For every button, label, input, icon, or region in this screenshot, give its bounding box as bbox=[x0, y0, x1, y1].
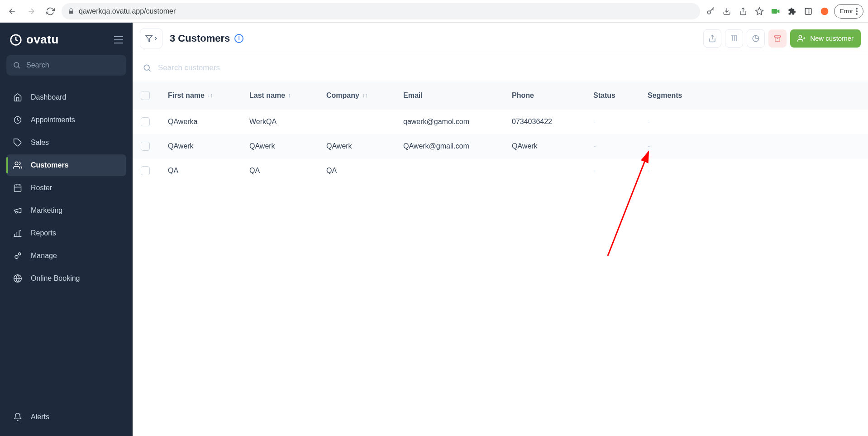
row-checkbox[interactable] bbox=[141, 117, 150, 126]
app: ovatu Search Dashboard Appointments Sale… bbox=[0, 23, 868, 436]
svg-point-7 bbox=[856, 10, 858, 12]
chevron-right-icon bbox=[154, 36, 157, 41]
table-row[interactable]: QAwerkaWerkQAqawerk@gamol.com0734036422-… bbox=[133, 110, 868, 134]
new-customer-label: New customer bbox=[810, 34, 854, 42]
brand-logo[interactable]: ovatu bbox=[9, 33, 59, 47]
archive-button[interactable] bbox=[768, 29, 787, 48]
row-checkbox[interactable] bbox=[141, 166, 150, 175]
svg-rect-18 bbox=[14, 185, 21, 192]
url-text: qawerkqa.ovatu.app/customer bbox=[79, 7, 176, 15]
cell-segments: - bbox=[648, 142, 711, 150]
cell-last-name: QA bbox=[249, 167, 326, 175]
cell-first-name: QAwerk bbox=[168, 142, 249, 150]
sidebar-item-roster[interactable]: Roster bbox=[6, 177, 126, 199]
sidebar-item-online-booking[interactable]: Online Booking bbox=[6, 268, 126, 289]
search-icon bbox=[13, 61, 21, 69]
sort-icon: ↓↑ bbox=[207, 92, 213, 99]
key-icon[interactable] bbox=[704, 5, 717, 18]
error-label: Error bbox=[840, 8, 853, 14]
url-bar[interactable]: qawerkqa.ovatu.app/customer bbox=[62, 3, 700, 19]
sort-asc-icon: ↑ bbox=[288, 92, 291, 99]
home-icon bbox=[13, 93, 23, 102]
sidebar-item-marketing[interactable]: Marketing bbox=[6, 200, 126, 221]
info-icon[interactable]: i bbox=[234, 34, 243, 43]
cell-company: QA bbox=[326, 167, 403, 175]
svg-rect-2 bbox=[772, 9, 777, 14]
sidebar-item-label: Sales bbox=[31, 139, 49, 147]
sidebar-item-sales[interactable]: Sales bbox=[6, 132, 126, 153]
globe-icon bbox=[13, 274, 23, 283]
svg-point-6 bbox=[856, 8, 858, 10]
chrome-right-icons: Error bbox=[704, 4, 863, 19]
reload-button[interactable] bbox=[43, 4, 58, 19]
sidebar-item-appointments[interactable]: Appointments bbox=[6, 109, 126, 131]
filter-icon bbox=[145, 34, 153, 43]
calendar-icon bbox=[13, 183, 23, 192]
svg-point-8 bbox=[856, 13, 858, 15]
sidebar-item-label: Appointments bbox=[31, 116, 75, 124]
chart-button[interactable] bbox=[747, 29, 765, 48]
search-input[interactable] bbox=[158, 63, 858, 72]
sidebar-item-dashboard[interactable]: Dashboard bbox=[6, 86, 126, 108]
more-vert-icon bbox=[856, 8, 858, 15]
forward-button[interactable] bbox=[24, 4, 39, 19]
sidebar-item-label: Online Booking bbox=[31, 274, 80, 283]
sidebar-item-label: Alerts bbox=[31, 413, 49, 421]
sort-icon: ↓↑ bbox=[362, 92, 367, 99]
table-row[interactable]: QAQAQA-- bbox=[133, 158, 868, 183]
row-checkbox[interactable] bbox=[141, 142, 150, 151]
panel-icon[interactable] bbox=[801, 5, 815, 18]
select-all-checkbox[interactable] bbox=[141, 91, 150, 100]
chart-icon bbox=[13, 229, 23, 238]
col-company[interactable]: Company↓↑ bbox=[326, 91, 403, 100]
svg-point-34 bbox=[144, 65, 149, 70]
cell-first-name: QA bbox=[168, 167, 249, 175]
col-first-name[interactable]: First name↓↑ bbox=[168, 91, 249, 100]
svg-point-26 bbox=[19, 253, 21, 255]
new-customer-button[interactable]: New customer bbox=[790, 29, 861, 48]
sidebar-search[interactable]: Search bbox=[6, 55, 126, 76]
profile-icon[interactable] bbox=[818, 5, 831, 18]
gears-icon bbox=[13, 251, 23, 260]
brand: ovatu bbox=[6, 31, 126, 55]
user-plus-icon bbox=[797, 34, 806, 43]
extensions-icon[interactable] bbox=[785, 5, 799, 18]
export-button[interactable] bbox=[703, 29, 721, 48]
sidebar-item-label: Manage bbox=[31, 252, 57, 260]
search-row bbox=[133, 54, 868, 81]
share-icon[interactable] bbox=[736, 5, 750, 18]
sidebar-item-customers[interactable]: Customers bbox=[6, 154, 126, 176]
col-segments[interactable]: Segments bbox=[648, 91, 711, 100]
cell-company: QAwerk bbox=[326, 142, 403, 150]
column-button[interactable] bbox=[725, 29, 743, 48]
cell-first-name: QAwerka bbox=[168, 118, 249, 126]
cell-status: - bbox=[593, 118, 648, 126]
sidebar-item-label: Customers bbox=[31, 161, 69, 169]
col-last-name[interactable]: Last name↑ bbox=[249, 91, 326, 100]
filter-button[interactable] bbox=[140, 29, 162, 48]
svg-line-35 bbox=[149, 70, 151, 72]
sidebar-item-label: Reports bbox=[31, 229, 56, 237]
sidebar-item-label: Roster bbox=[31, 184, 52, 192]
sidebar-item-manage[interactable]: Manage bbox=[6, 245, 126, 267]
table-row[interactable]: QAwerkQAwerkQAwerkQAwerk@gmail.comQAwerk… bbox=[133, 134, 868, 158]
col-email[interactable]: Email bbox=[403, 91, 512, 100]
cell-status: - bbox=[593, 142, 648, 150]
cell-phone: QAwerk bbox=[512, 142, 593, 150]
browser-chrome: qawerkqa.ovatu.app/customer Error bbox=[0, 0, 868, 23]
camera-ext-icon[interactable] bbox=[769, 5, 782, 18]
star-icon[interactable] bbox=[753, 5, 766, 18]
sidebar-item-reports[interactable]: Reports bbox=[6, 222, 126, 244]
download-icon[interactable] bbox=[720, 5, 734, 18]
sidebar-item-label: Marketing bbox=[31, 206, 62, 215]
cell-email: QAwerk@gmail.com bbox=[403, 142, 512, 150]
topbar-actions: New customer bbox=[703, 29, 861, 48]
col-status[interactable]: Status bbox=[593, 91, 648, 100]
sidebar-item-alerts[interactable]: Alerts bbox=[6, 406, 126, 428]
error-chip[interactable]: Error bbox=[834, 4, 863, 19]
hamburger-button[interactable] bbox=[114, 36, 124, 44]
col-phone[interactable]: Phone bbox=[512, 91, 593, 100]
cell-segments: - bbox=[648, 118, 711, 126]
lock-icon bbox=[68, 8, 74, 14]
back-button[interactable] bbox=[5, 4, 20, 19]
